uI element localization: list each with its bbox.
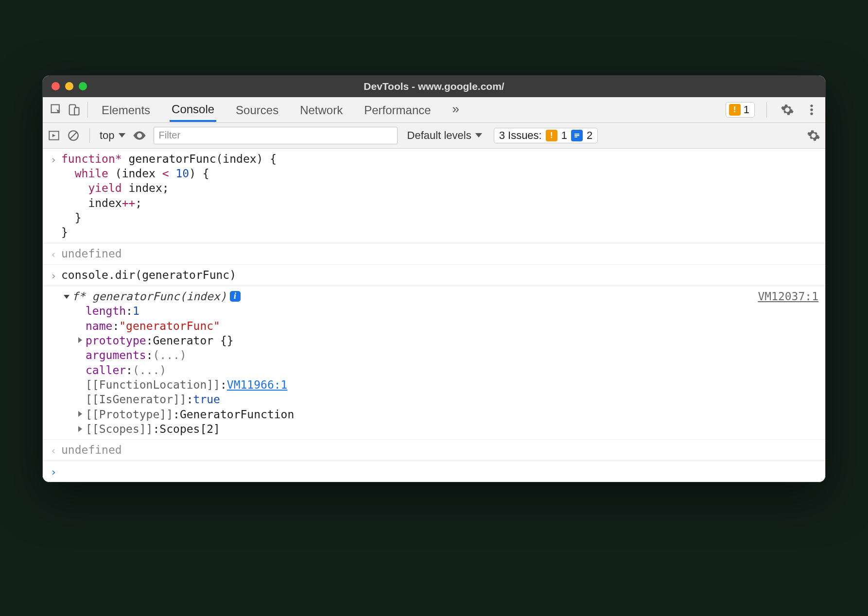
disclosure-triangle-closed-icon[interactable] [76, 409, 85, 419]
console-settings-gear-icon[interactable] [807, 129, 820, 142]
tab-console[interactable]: Console [170, 98, 216, 122]
device-toolbar-icon[interactable] [65, 101, 83, 119]
output-chevron-icon: › [46, 246, 61, 261]
console-sidebar-toggle-icon[interactable] [48, 129, 60, 142]
warning-icon: ! [546, 130, 557, 141]
result-value: undefined [61, 247, 122, 260]
object-property-row[interactable]: caller: (...) [62, 363, 818, 377]
console-entry-result: › undefined [43, 440, 825, 461]
function-signature: f* generatorFunc(index) [72, 289, 227, 304]
live-expression-eye-icon[interactable] [132, 129, 147, 142]
property-name: length [86, 304, 126, 318]
property-value: (...) [153, 348, 186, 362]
svg-point-3 [810, 108, 813, 111]
property-name: prototype [86, 333, 146, 348]
property-value: GeneratorFunction [180, 407, 294, 422]
property-name: name [86, 319, 112, 333]
object-property-row[interactable]: length: 1 [62, 304, 818, 318]
gutter-spacer [46, 289, 61, 290]
output-chevron-icon: › [46, 443, 61, 458]
code-block[interactable]: function* generatorFunc(index) { while (… [61, 152, 818, 240]
input-chevron-icon: › [46, 268, 61, 283]
inspect-element-icon[interactable] [48, 101, 65, 119]
clear-console-icon[interactable] [67, 129, 80, 142]
context-label: top [100, 129, 115, 142]
result-value: undefined [61, 444, 122, 456]
tab-network[interactable]: Network [298, 99, 345, 121]
console-entry-result: › undefined [43, 243, 825, 265]
object-property-row[interactable]: prototype: Generator {} [62, 333, 818, 348]
property-name: [[IsGenerator]] [86, 392, 187, 407]
object-property-row[interactable]: [[IsGenerator]]: true [62, 392, 818, 407]
property-value: 1 [133, 304, 139, 318]
issues-info-count: 2 [587, 129, 592, 142]
tab-sources[interactable]: Sources [234, 99, 280, 121]
prompt-chevron-icon: › [46, 464, 61, 479]
info-badge-icon[interactable]: i [230, 291, 241, 302]
property-name: [[Scopes]] [86, 422, 153, 436]
settings-gear-icon[interactable] [779, 101, 796, 119]
property-value: (...) [133, 363, 166, 377]
context-selector[interactable]: top [100, 129, 125, 142]
warning-icon: ! [729, 104, 741, 116]
property-name: [[FunctionLocation]] [86, 377, 220, 392]
svg-rect-1 [74, 107, 79, 115]
tab-performance[interactable]: Performance [362, 99, 433, 121]
property-value: Scopes[2] [159, 422, 220, 436]
info-icon [571, 130, 583, 141]
issues-counter[interactable]: 3 Issues: ! 1 2 [494, 128, 598, 143]
svg-rect-10 [574, 135, 579, 136]
source-link[interactable]: VM12037:1 [758, 289, 818, 304]
chevron-down-icon [119, 133, 125, 137]
property-name: caller [86, 363, 126, 377]
zoom-window-button[interactable] [79, 82, 87, 90]
warning-count: 1 [744, 103, 749, 116]
svg-rect-11 [574, 137, 577, 137]
disclosure-triangle-closed-icon[interactable] [76, 424, 85, 434]
object-property-row[interactable]: [[FunctionLocation]]: VM11966:1 [62, 377, 818, 392]
svg-point-4 [810, 112, 813, 115]
console-entry-dir: VM12037:1 f* generatorFunc(index) i leng… [43, 286, 825, 440]
tab-elements[interactable]: Elements [100, 99, 152, 121]
object-property-row[interactable]: [[Scopes]]: Scopes[2] [62, 422, 818, 436]
object-property-row[interactable]: arguments: (...) [62, 348, 818, 362]
object-tree: f* generatorFunc(index) i length: 1 name… [62, 289, 818, 437]
disclosure-triangle-closed-icon[interactable] [76, 335, 85, 345]
panel-tabs: Elements Console Sources Network Perform… [100, 98, 461, 122]
filter-input[interactable] [154, 127, 398, 144]
object-property-row[interactable]: [[Prototype]]: GeneratorFunction [62, 407, 818, 422]
titlebar: DevTools - www.google.com/ [43, 76, 825, 97]
source-link[interactable]: VM11966:1 [227, 377, 288, 392]
toolbar-divider [87, 102, 88, 118]
object-tree-root[interactable]: f* generatorFunc(index) i [62, 289, 818, 304]
kebab-menu-icon[interactable] [803, 101, 820, 119]
disclosure-triangle-open-icon[interactable] [62, 291, 71, 301]
svg-point-2 [810, 104, 813, 107]
object-property-row[interactable]: name: "generatorFunc" [62, 319, 818, 333]
traffic-lights [52, 82, 87, 90]
issues-warn-count: 1 [561, 129, 567, 142]
toolbar-divider [766, 102, 767, 118]
console-entry-input: › function* generatorFunc(index) { while… [43, 149, 825, 243]
log-levels-selector[interactable]: Default levels [407, 129, 482, 142]
console-entry-input: › console.dir(generatorFunc) [43, 265, 825, 286]
svg-line-7 [70, 132, 77, 138]
main-toolbar: Elements Console Sources Network Perform… [43, 97, 825, 123]
close-window-button[interactable] [52, 82, 60, 90]
property-name: arguments [86, 348, 146, 362]
property-name: [[Prototype]] [86, 407, 173, 422]
property-value: true [193, 392, 220, 407]
log-levels-label: Default levels [407, 129, 471, 142]
property-value: Generator {} [153, 333, 233, 348]
console-issues-badge[interactable]: ! 1 [726, 102, 755, 118]
console-prompt[interactable]: › [43, 461, 825, 482]
input-chevron-icon: › [46, 152, 61, 167]
minimize-window-button[interactable] [65, 82, 73, 90]
console-toolbar: top Default levels 3 Issues: ! 1 2 [43, 123, 825, 149]
more-tabs-icon[interactable]: » [451, 99, 461, 120]
toolbar-divider [89, 128, 90, 143]
window-title: DevTools - www.google.com/ [43, 81, 825, 92]
issues-label: 3 Issues: [499, 129, 542, 142]
code-block[interactable]: console.dir(generatorFunc) [61, 269, 236, 281]
chevron-down-icon [475, 133, 482, 137]
